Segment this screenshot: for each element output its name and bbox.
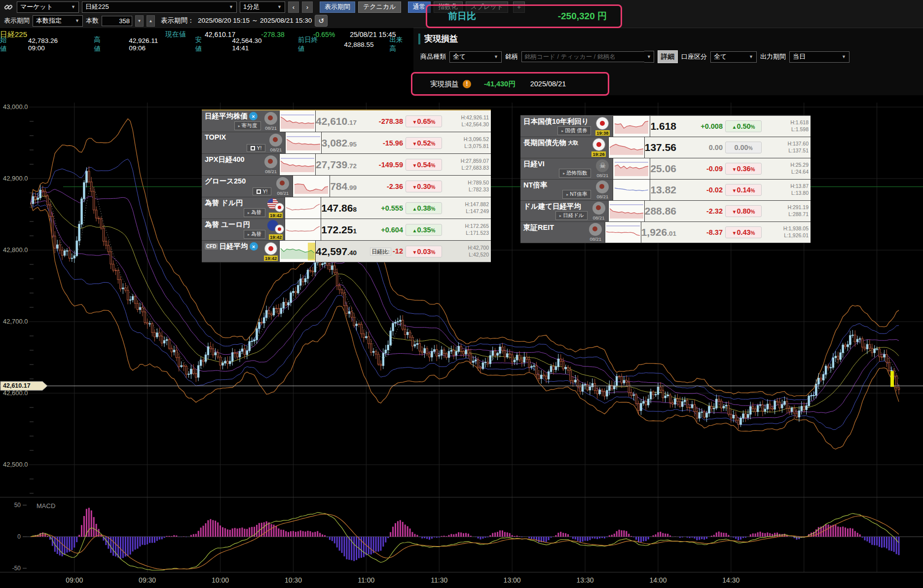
high-low-values: H:3,096.52L:3,075.81 [444,136,491,149]
watchlist-row-cfd-nikkei[interactable]: CFD日経平均×19:4242,597.40日経比:-12▼0.03%H:42,… [202,241,491,262]
next-button[interactable]: › [302,1,313,13]
prev-day-diff-value: -250,320 円 [558,10,607,23]
watchlist-row-topix[interactable]: TOPIXY!08/213,082.95-15.96▼0.52%H:3,096.… [202,132,491,154]
output-period-label: 出力期間 [760,52,786,61]
sub-link-button[interactable]: ▸為替 [244,230,265,239]
watchlist-row-jgb10y[interactable]: 日本国債10年利回り▸国債 債券19:381.618+0.008▲0.50%H:… [520,116,811,137]
product-type-dropdown[interactable]: 全て▼ [449,51,502,63]
link-icon[interactable] [4,2,14,11]
sub-link-button[interactable]: ▸寄与度 [234,121,261,130]
sparkline-chart [609,139,644,156]
change-pct-badge: ▲0.50% [725,120,762,132]
instrument-name: 長期国債先物大取 [523,138,589,147]
period-mode-dropdown[interactable]: 本数指定▼ [33,15,83,27]
instrument-name: 日経平均株価× [205,111,262,121]
us-japan-flag-icon [267,198,284,212]
watchlist-row-usdjpy[interactable]: 為替 ドル円▸為替19:42147.868+0.555▲0.38%H:147.8… [202,197,491,219]
display-period-button[interactable]: 表示期間 [320,1,355,13]
timestamp: 08/21 [596,194,608,199]
japan-flag-muted-icon [264,112,277,125]
watchlist-row-nt-ratio[interactable]: NT倍率▸NT倍率08/2113.82-0.02▼0.14%H:13.87L:1… [520,180,811,201]
watchlist-row-jpx400[interactable]: JPX日経40008/2127,739.72-149.59▼0.54%H:27,… [202,154,491,176]
change-pct-badge: ▼0.36% [725,163,762,175]
open-label: 始値 [0,36,13,53]
warning-icon[interactable]: ! [463,80,471,88]
symbol-dropdown[interactable]: 日経225▼ [82,1,237,13]
low-label: 安値 [195,36,208,53]
instrument-name: TOPIX [205,133,267,141]
high-low-values: H:137.60L:137.51 [764,141,811,154]
account-type-dropdown[interactable]: 全て▼ [710,51,757,63]
watchlist-row-nikkei-vi[interactable]: 日経VI▸恐怖指数☠08/2125.06-0.09▼0.36%H:25.29L:… [520,158,811,180]
price-axis-label: 43,000.0 [3,103,28,110]
price-value: 288.86 [645,205,676,217]
change-value: -0.02 [676,186,723,194]
sparkline-chart [285,221,321,239]
instrument-name: ドル建て日経平均 [523,202,589,211]
watchlist-row-usd-nikkei[interactable]: ドル建て日経平均▸日経ドル08/21288.86-2.32▼0.80%H:291… [520,201,811,222]
technical-button[interactable]: テクニカル [358,1,401,13]
price-value: 13.82 [650,184,676,196]
time-axis-label: 14:00 [649,576,666,584]
prev-button[interactable]: ‹ [288,1,299,13]
sub-link-button[interactable]: Y! [253,187,271,195]
market-dropdown[interactable]: マーケット▼ [17,1,79,13]
instrument-name: 日本国債10年利回り [523,117,592,126]
high-low-values: H:42,700L:42,520 [444,245,491,258]
sub-link-button[interactable]: ▸恐怖指数 [559,169,591,178]
change-pct-badge: 0.00% [725,142,762,153]
timestamp: 08/21 [593,215,605,220]
prev-close-value: 42,888.55 [344,41,374,48]
sub-link-button[interactable]: ▸日経ドル [555,211,588,220]
sub-link-button[interactable]: ▸NT倍率 [562,190,591,199]
instrument-name: JPX日経400 [205,155,262,164]
reload-icon[interactable]: ↺ [315,15,328,27]
watchlist-row-jgb-futures[interactable]: 長期国債先物大取19:26137.560.000.00%H:137.60L:13… [520,137,811,158]
quote-row-ohlc: 始値 42,783.26 09:00 高値 42,926.11 09:06 安値… [0,40,409,49]
change-pct-badge: ▼0.54% [406,159,442,171]
watchlist-row-tse-reit[interactable]: 東証REIT08/211,926.01-8.37▼0.43%H:1,938.05… [520,222,811,243]
sparkline-chart [280,112,315,130]
time-axis-label: 10:30 [285,576,302,584]
high-label: 高値 [94,36,107,53]
count-down-spinner[interactable]: ▼ [135,15,144,27]
count-up-spinner[interactable]: ▲ [147,15,155,27]
prev-day-diff-label: 前日比 [448,10,476,23]
skull-icon: ☠ [596,159,609,172]
timestamp: 19:42 [264,256,278,261]
quote-datetime: 25/08/21 15:45 [350,31,396,38]
japan-flag-muted-icon [592,202,605,215]
price-value: 784.99 [330,181,357,192]
count-label: 本数 [86,16,99,25]
instrument-name: グロース250 [205,177,273,186]
detail-button[interactable]: 詳細 [658,50,678,63]
change-value: +0.604 [357,226,403,234]
market-watchlist-right: 日本国債10年利回り▸国債 債券19:381.618+0.008▲0.50%H:… [520,115,811,243]
sub-link-button[interactable]: ▸国債 債券 [557,126,591,135]
watchlist-row-eurjpy[interactable]: 為替 ユーロ円▸為替19:42172.251+0.604▲0.35%H:172.… [202,219,491,241]
output-period-dropdown[interactable]: 当日▼ [789,51,849,63]
change-value: -15.96 [357,139,403,147]
time-axis-label: 11:00 [358,576,374,584]
high-value: 42,926.11 09:06 [129,37,176,52]
interval-dropdown[interactable]: 1分足▼ [240,1,285,13]
bar-count-input[interactable] [102,16,132,26]
symbol-search-dropdown-arrow[interactable]: ▼ [644,51,654,63]
macd-title: MACD [37,502,55,510]
watchlist-row-nikkei225[interactable]: 日経平均株価×▸寄与度08/2142,610.17-278.38▼0.65%H:… [202,110,491,132]
watchlist-row-growth250[interactable]: グロース250Y!08/21784.99-2.36▼0.30%H:789.50L… [202,176,491,197]
sub-link-button[interactable]: Y! [247,144,265,152]
instrument-name: CFD日経平均× [205,242,262,251]
change-pct-badge: ▲0.38% [406,202,442,214]
x-share-icon[interactable]: × [250,242,258,251]
timestamp: 08/21 [265,169,277,174]
high-low-values: H:789.50L:782.33 [444,180,491,193]
open-value: 42,783.26 09:00 [28,37,76,52]
x-share-icon[interactable]: × [249,112,258,120]
sub-link-button[interactable]: ▸為替 [244,208,265,217]
period-label: 表示期間 [4,16,30,25]
symbol-search-input[interactable] [521,51,644,62]
price-value: 172.251 [321,224,357,236]
high-low-values: H:13.87L:13.80 [764,183,811,196]
display-range-label: 表示期間： 2025/08/20 15:15 ～ 2025/08/21 15:3… [161,16,312,25]
